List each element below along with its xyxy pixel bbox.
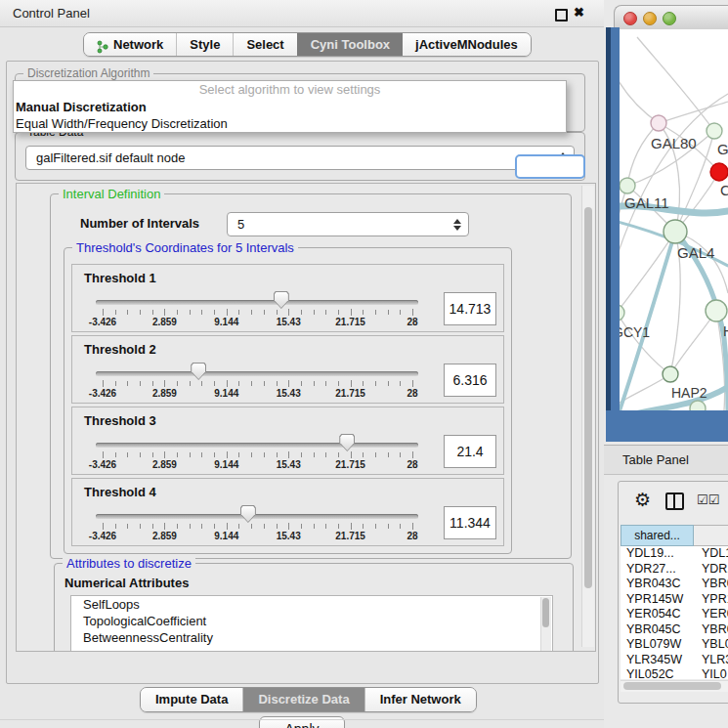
threshold-value[interactable]: 21.4 <box>444 435 496 468</box>
numerical-attributes-list[interactable]: SelfLoopsTopologicalCoefficientBetweenne… <box>70 595 553 652</box>
close-icon[interactable]: ✖ <box>574 5 584 20</box>
network-node[interactable] <box>664 220 687 243</box>
attribute-item[interactable]: BetweennessCentrality <box>71 629 552 646</box>
table-panel: ⚙ ☑☑ shared... na YDL19...YDL1YDR27...YD… <box>618 481 728 704</box>
number-of-intervals-combobox[interactable]: 5 <box>227 212 469 236</box>
threshold-label: Threshold 4 <box>84 485 156 499</box>
table-row[interactable]: YPR145WYPR1 <box>621 592 728 608</box>
network-edge[interactable] <box>620 313 670 374</box>
table-row[interactable]: YDR27...YDR2 <box>621 562 728 578</box>
number-of-intervals-label: Number of Intervals <box>80 216 199 231</box>
column-header-name[interactable]: na <box>694 525 728 546</box>
node-label: GCY1 <box>620 324 650 340</box>
threshold-label: Threshold 2 <box>84 342 156 357</box>
apply-button[interactable]: Apply <box>259 716 345 728</box>
node-label: C <box>720 182 728 198</box>
slider-thumb[interactable] <box>191 363 206 380</box>
threshold-label: Threshold 1 <box>84 271 156 285</box>
network-node[interactable] <box>710 163 728 181</box>
algorithm-option-manual[interactable]: Manual Discretization <box>14 99 566 115</box>
tab-discretize-data[interactable]: Discretize Data <box>242 688 364 711</box>
table-row[interactable]: YDL19...YDL1 <box>621 546 728 562</box>
close-light[interactable] <box>623 12 637 25</box>
node-label: GA <box>717 141 728 157</box>
float-window-icon[interactable] <box>555 9 568 21</box>
threshold-slider[interactable]: -3.4262.8599.14415.4321.71528 <box>96 502 418 537</box>
network-node[interactable] <box>690 401 706 410</box>
threshold-panel-2: Threshold 2-3.4262.8599.14415.4321.71528… <box>71 335 504 404</box>
control-panel-tabbar: Network Style Select Cyni Toolbox jActiv… <box>83 32 532 57</box>
split-columns-icon[interactable] <box>665 492 684 510</box>
network-edge[interactable] <box>670 311 716 374</box>
tab-select[interactable]: Select <box>233 33 296 56</box>
discretization-algorithm-title: Discretization Algorithm <box>23 66 153 80</box>
table-row[interactable]: YLR345WYLR3 <box>621 653 728 668</box>
tab-impute-data[interactable]: Impute Data <box>141 688 242 711</box>
network-node[interactable] <box>620 178 635 193</box>
algorithm-placeholder-option[interactable]: Select algorithm to view settings <box>14 81 566 99</box>
network-node[interactable] <box>620 305 624 321</box>
attributes-list-scrollbar[interactable] <box>540 597 551 652</box>
node-label: H <box>723 323 728 339</box>
threshold-slider[interactable]: -3.4262.8599.14415.4321.71528 <box>96 288 418 323</box>
network-edge[interactable] <box>637 37 714 131</box>
network-node[interactable] <box>707 123 722 139</box>
network-node[interactable] <box>651 115 666 131</box>
node-label: GAL4 <box>677 244 714 261</box>
threshold-value[interactable]: 11.344 <box>444 506 496 539</box>
slider-thumb[interactable] <box>274 291 289 309</box>
settings-vertical-scrollbar[interactable] <box>581 186 594 647</box>
table-row[interactable]: YBL079WYBL0 <box>621 637 728 653</box>
network-edge[interactable] <box>659 102 728 123</box>
tab-infer-network[interactable]: Infer Network <box>364 688 476 711</box>
network-node[interactable] <box>706 300 727 321</box>
attribute-item[interactable]: SelfLoops <box>71 596 552 613</box>
algorithm-option-equal-width[interactable]: Equal Width/Frequency Discretization <box>14 115 566 132</box>
table-row[interactable]: YIL052CYIL0 <box>621 667 728 679</box>
threshold-value[interactable]: 6.316 <box>444 364 496 397</box>
attribute-item[interactable]: TopologicalCoefficient <box>71 613 552 629</box>
network-edge[interactable] <box>620 232 675 313</box>
threshold-value[interactable]: 14.713 <box>444 292 496 325</box>
panel-title: Control Panel <box>13 0 90 26</box>
threshold-slider[interactable]: -3.4262.8599.14415.4321.71528 <box>96 360 418 395</box>
table-row[interactable]: YBR045CYBR0 <box>621 622 728 638</box>
network-edge[interactable] <box>620 64 659 123</box>
select-columns-icon[interactable]: ☑☑ <box>697 492 719 507</box>
numerical-attributes-label: Numerical Attributes <box>64 576 189 590</box>
attributes-group-title: Attributes to discretize <box>63 556 195 571</box>
network-icon <box>97 38 108 52</box>
table-data-combobox[interactable]: galFiltered.sif default node <box>25 146 575 170</box>
network-window-titlebar[interactable] <box>614 5 728 31</box>
tab-style[interactable]: Style <box>176 33 233 56</box>
minimize-light[interactable] <box>643 12 657 25</box>
table-row[interactable]: YBR043CYBR0 <box>621 577 728 592</box>
zoom-light[interactable] <box>663 12 676 25</box>
tab-network-label: Network <box>113 33 163 56</box>
network-edge-thick[interactable] <box>620 232 675 410</box>
table-row[interactable]: YER054CYER0 <box>621 607 728 622</box>
thresholds-group-title: Threshold's Coordinates for 5 Intervals <box>72 240 298 255</box>
slider-thumb[interactable] <box>240 505 256 523</box>
tab-cyni-toolbox[interactable]: Cyni Toolbox <box>297 33 403 56</box>
tab-jactivemnodules[interactable]: jActiveMNodules <box>403 33 531 56</box>
tab-network[interactable]: Network <box>84 33 176 56</box>
control-panel-window: Control Panel ✖ Network Style Select Cyn… <box>0 0 604 728</box>
network-graph: GAL80GACGAL11GAL4GCY1HHAP2 <box>620 29 728 410</box>
attributes-group: Attributes to discretize Numerical Attri… <box>54 563 574 652</box>
control-panel-titlebar: Control Panel ✖ <box>0 0 604 27</box>
threshold-panel-1: Threshold 1-3.4262.8599.14415.4321.71528… <box>71 264 504 332</box>
threshold-slider[interactable]: -3.4262.8599.14415.4321.71528 <box>96 431 418 466</box>
threshold-label: Threshold 3 <box>84 413 156 428</box>
network-node[interactable] <box>663 366 678 382</box>
column-header-shared-name[interactable]: shared... <box>621 525 694 546</box>
network-canvas[interactable]: GAL80GACGAL11GAL4GCY1HHAP2 <box>620 29 728 410</box>
table-horizontal-scrollbar[interactable] <box>621 680 728 692</box>
algorithm-combobox[interactable] <box>515 154 585 179</box>
table-rows: YDL19...YDL1YDR27...YDR2YBR043CYBR0YPR14… <box>621 546 728 679</box>
cyni-toolbox-panel: Discretization Algorithm Table Data galF… <box>6 61 599 684</box>
network-edge[interactable] <box>627 123 659 186</box>
slider-thumb[interactable] <box>339 434 355 451</box>
gear-icon[interactable]: ⚙ <box>634 489 651 511</box>
cyni-bottom-tabbar: Impute Data Discretize Data Infer Networ… <box>140 687 477 712</box>
